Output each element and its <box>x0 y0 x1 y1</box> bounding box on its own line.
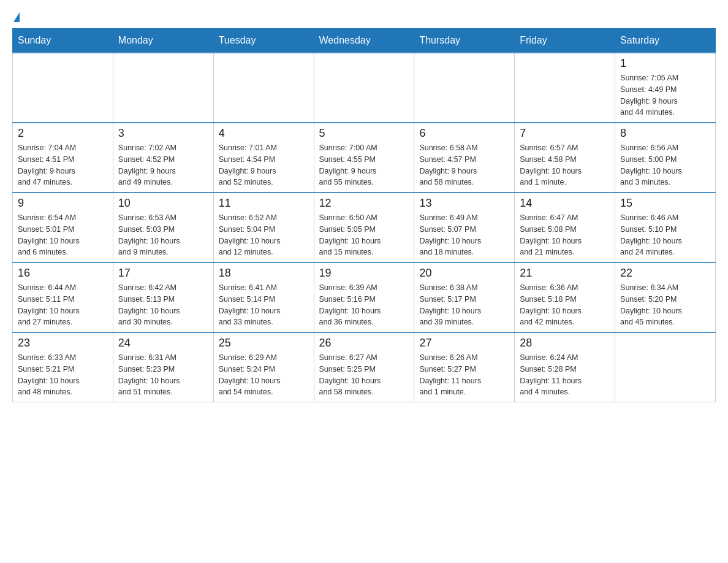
day-info: Sunrise: 6:34 AM Sunset: 5:20 PM Dayligh… <box>620 282 710 328</box>
day-info: Sunrise: 6:53 AM Sunset: 5:03 PM Dayligh… <box>118 212 208 258</box>
calendar-day-cell: 26Sunrise: 6:27 AM Sunset: 5:25 PM Dayli… <box>314 332 414 402</box>
day-info: Sunrise: 6:29 AM Sunset: 5:24 PM Dayligh… <box>219 352 309 398</box>
day-number: 27 <box>419 337 509 350</box>
day-number: 24 <box>118 337 208 350</box>
day-number: 19 <box>319 267 409 280</box>
calendar-day-cell: 14Sunrise: 6:47 AM Sunset: 5:08 PM Dayli… <box>515 193 615 262</box>
day-number: 8 <box>620 127 710 140</box>
calendar-day-cell: 19Sunrise: 6:39 AM Sunset: 5:16 PM Dayli… <box>314 262 414 332</box>
calendar-day-cell: 8Sunrise: 6:56 AM Sunset: 5:00 PM Daylig… <box>615 123 716 193</box>
day-number: 20 <box>419 267 509 280</box>
calendar-day-cell <box>314 53 414 123</box>
calendar-day-cell <box>13 53 113 123</box>
logo-triangle-icon <box>13 12 20 22</box>
day-info: Sunrise: 6:39 AM Sunset: 5:16 PM Dayligh… <box>319 282 409 328</box>
calendar-day-cell: 6Sunrise: 6:58 AM Sunset: 4:57 PM Daylig… <box>414 123 515 193</box>
day-of-week-header: Tuesday <box>213 29 314 53</box>
day-info: Sunrise: 6:49 AM Sunset: 5:07 PM Dayligh… <box>419 212 509 258</box>
day-info: Sunrise: 6:50 AM Sunset: 5:05 PM Dayligh… <box>319 212 409 258</box>
day-number: 23 <box>18 337 108 350</box>
day-info: Sunrise: 6:47 AM Sunset: 5:08 PM Dayligh… <box>520 212 610 258</box>
day-of-week-header: Thursday <box>414 29 515 53</box>
day-number: 6 <box>419 127 509 140</box>
day-info: Sunrise: 6:27 AM Sunset: 5:25 PM Dayligh… <box>319 352 409 398</box>
calendar-day-cell: 20Sunrise: 6:38 AM Sunset: 5:17 PM Dayli… <box>414 262 515 332</box>
day-number: 12 <box>319 197 409 210</box>
calendar-day-cell <box>615 332 716 402</box>
day-info: Sunrise: 6:54 AM Sunset: 5:01 PM Dayligh… <box>18 212 108 258</box>
day-info: Sunrise: 6:31 AM Sunset: 5:23 PM Dayligh… <box>118 352 208 398</box>
day-of-week-header: Wednesday <box>314 29 414 53</box>
day-number: 21 <box>520 267 610 280</box>
calendar-day-cell: 1Sunrise: 7:05 AM Sunset: 4:49 PM Daylig… <box>615 53 716 123</box>
calendar-day-cell: 21Sunrise: 6:36 AM Sunset: 5:18 PM Dayli… <box>515 262 615 332</box>
calendar-day-cell: 28Sunrise: 6:24 AM Sunset: 5:28 PM Dayli… <box>515 332 615 402</box>
calendar-header-row: SundayMondayTuesdayWednesdayThursdayFrid… <box>13 29 716 53</box>
calendar-day-cell: 18Sunrise: 6:41 AM Sunset: 5:14 PM Dayli… <box>213 262 314 332</box>
day-info: Sunrise: 6:52 AM Sunset: 5:04 PM Dayligh… <box>219 212 309 258</box>
day-number: 11 <box>219 197 309 210</box>
calendar-day-cell <box>213 53 314 123</box>
day-info: Sunrise: 7:02 AM Sunset: 4:52 PM Dayligh… <box>118 142 208 188</box>
page-header <box>12 12 716 22</box>
day-info: Sunrise: 7:04 AM Sunset: 4:51 PM Dayligh… <box>18 142 108 188</box>
day-number: 10 <box>118 197 208 210</box>
day-number: 16 <box>18 267 108 280</box>
day-info: Sunrise: 6:42 AM Sunset: 5:13 PM Dayligh… <box>118 282 208 328</box>
calendar-day-cell: 27Sunrise: 6:26 AM Sunset: 5:27 PM Dayli… <box>414 332 515 402</box>
calendar-day-cell: 17Sunrise: 6:42 AM Sunset: 5:13 PM Dayli… <box>113 262 213 332</box>
day-number: 7 <box>520 127 610 140</box>
day-info: Sunrise: 6:36 AM Sunset: 5:18 PM Dayligh… <box>520 282 610 328</box>
calendar-day-cell: 3Sunrise: 7:02 AM Sunset: 4:52 PM Daylig… <box>113 123 213 193</box>
calendar-day-cell: 4Sunrise: 7:01 AM Sunset: 4:54 PM Daylig… <box>213 123 314 193</box>
calendar-day-cell: 11Sunrise: 6:52 AM Sunset: 5:04 PM Dayli… <box>213 193 314 262</box>
day-number: 18 <box>219 267 309 280</box>
day-number: 1 <box>620 57 710 70</box>
day-number: 13 <box>419 197 509 210</box>
calendar-week-row: 23Sunrise: 6:33 AM Sunset: 5:21 PM Dayli… <box>13 332 716 402</box>
calendar-day-cell: 25Sunrise: 6:29 AM Sunset: 5:24 PM Dayli… <box>213 332 314 402</box>
day-info: Sunrise: 6:44 AM Sunset: 5:11 PM Dayligh… <box>18 282 108 328</box>
day-number: 2 <box>18 127 108 140</box>
day-info: Sunrise: 6:41 AM Sunset: 5:14 PM Dayligh… <box>219 282 309 328</box>
calendar-week-row: 1Sunrise: 7:05 AM Sunset: 4:49 PM Daylig… <box>13 53 716 123</box>
day-of-week-header: Friday <box>515 29 615 53</box>
calendar-day-cell: 7Sunrise: 6:57 AM Sunset: 4:58 PM Daylig… <box>515 123 615 193</box>
day-of-week-header: Sunday <box>13 29 113 53</box>
calendar-day-cell <box>414 53 515 123</box>
calendar-day-cell: 15Sunrise: 6:46 AM Sunset: 5:10 PM Dayli… <box>615 193 716 262</box>
day-number: 25 <box>219 337 309 350</box>
calendar-day-cell <box>515 53 615 123</box>
day-info: Sunrise: 6:26 AM Sunset: 5:27 PM Dayligh… <box>419 352 509 398</box>
day-info: Sunrise: 7:00 AM Sunset: 4:55 PM Dayligh… <box>319 142 409 188</box>
calendar-day-cell: 12Sunrise: 6:50 AM Sunset: 5:05 PM Dayli… <box>314 193 414 262</box>
day-info: Sunrise: 7:05 AM Sunset: 4:49 PM Dayligh… <box>620 72 710 118</box>
calendar-week-row: 9Sunrise: 6:54 AM Sunset: 5:01 PM Daylig… <box>13 193 716 262</box>
day-number: 9 <box>18 197 108 210</box>
calendar-day-cell: 23Sunrise: 6:33 AM Sunset: 5:21 PM Dayli… <box>13 332 113 402</box>
calendar-day-cell: 16Sunrise: 6:44 AM Sunset: 5:11 PM Dayli… <box>13 262 113 332</box>
day-number: 14 <box>520 197 610 210</box>
calendar-week-row: 16Sunrise: 6:44 AM Sunset: 5:11 PM Dayli… <box>13 262 716 332</box>
calendar-day-cell: 22Sunrise: 6:34 AM Sunset: 5:20 PM Dayli… <box>615 262 716 332</box>
day-info: Sunrise: 6:24 AM Sunset: 5:28 PM Dayligh… <box>520 352 610 398</box>
day-number: 3 <box>118 127 208 140</box>
day-info: Sunrise: 6:33 AM Sunset: 5:21 PM Dayligh… <box>18 352 108 398</box>
day-number: 15 <box>620 197 710 210</box>
day-of-week-header: Saturday <box>615 29 716 53</box>
day-info: Sunrise: 6:56 AM Sunset: 5:00 PM Dayligh… <box>620 142 710 188</box>
day-of-week-header: Monday <box>113 29 213 53</box>
logo <box>12 12 20 22</box>
calendar-table: SundayMondayTuesdayWednesdayThursdayFrid… <box>12 28 716 402</box>
calendar-day-cell <box>113 53 213 123</box>
calendar-day-cell: 24Sunrise: 6:31 AM Sunset: 5:23 PM Dayli… <box>113 332 213 402</box>
day-number: 4 <box>219 127 309 140</box>
day-number: 28 <box>520 337 610 350</box>
day-info: Sunrise: 6:46 AM Sunset: 5:10 PM Dayligh… <box>620 212 710 258</box>
day-number: 22 <box>620 267 710 280</box>
day-number: 5 <box>319 127 409 140</box>
calendar-day-cell: 10Sunrise: 6:53 AM Sunset: 5:03 PM Dayli… <box>113 193 213 262</box>
calendar-day-cell: 13Sunrise: 6:49 AM Sunset: 5:07 PM Dayli… <box>414 193 515 262</box>
day-number: 17 <box>118 267 208 280</box>
day-info: Sunrise: 7:01 AM Sunset: 4:54 PM Dayligh… <box>219 142 309 188</box>
